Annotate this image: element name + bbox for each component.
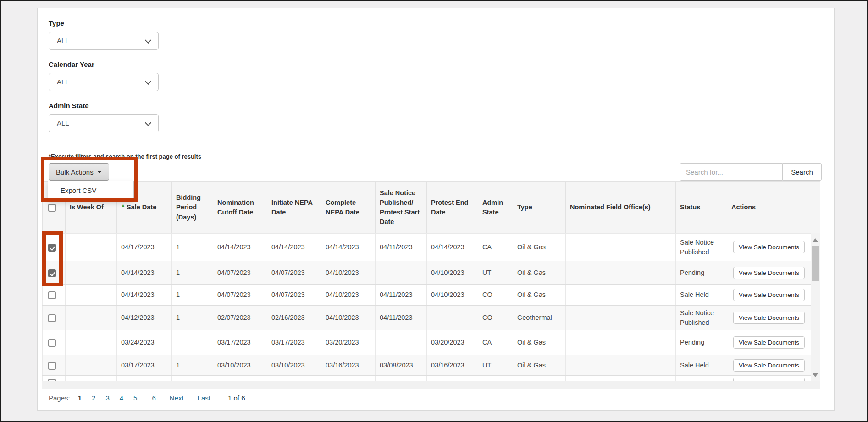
- row-checkbox[interactable]: [48, 314, 56, 322]
- cell-is-week-of: [66, 306, 117, 330]
- search-button[interactable]: Search: [783, 163, 822, 181]
- view-sale-documents-button[interactable]: View Sale Documents: [733, 336, 805, 349]
- caret-down-icon: [97, 171, 102, 173]
- cell-sale-notice-published: [376, 330, 427, 355]
- screen: Type ALL Calendar Year ALL Admin State A…: [0, 0, 868, 422]
- header-protest-end-date[interactable]: Protest End Date: [427, 182, 478, 234]
- calendar-year-select[interactable]: ALL: [49, 73, 159, 91]
- cell-initiate-nepa: 04/07/2023: [267, 261, 321, 285]
- header-actions: Actions: [727, 182, 811, 234]
- export-csv-menu-item[interactable]: Export CSV: [48, 181, 133, 200]
- sort-ascending-icon: ▲: [121, 203, 125, 208]
- view-sale-documents-button[interactable]: View Sale Documents: [733, 312, 805, 324]
- cell-nomination-cutoff: 04/07/2023: [213, 285, 267, 306]
- header-initiate-nepa-date[interactable]: Initiate NEPA Date: [267, 182, 321, 234]
- cell-bidding-period: 1: [172, 261, 213, 285]
- horizontal-scrollbar[interactable]: [42, 381, 820, 389]
- header-admin-state[interactable]: Admin State: [478, 182, 513, 234]
- table-row: 04/14/2023 1 04/07/2023 04/07/2023 04/10…: [43, 285, 811, 306]
- row-checkbox[interactable]: [48, 362, 56, 370]
- select-all-checkbox[interactable]: [48, 204, 56, 212]
- bulk-actions-menu: Export CSV: [48, 181, 134, 200]
- cell-initiate-nepa: 02/16/2023: [267, 306, 321, 330]
- page-link-4[interactable]: 4: [120, 394, 123, 402]
- cell-status: [676, 376, 727, 382]
- cell-protest-end: 04/10/2023: [427, 261, 478, 285]
- cell-bidding-period: [172, 376, 213, 382]
- header-type[interactable]: Type: [513, 182, 566, 234]
- row-checkbox[interactable]: [48, 269, 56, 277]
- cell-sale-date: [117, 376, 172, 382]
- admin-state-select-value: ALL: [57, 119, 69, 127]
- type-select[interactable]: ALL: [49, 32, 159, 50]
- table-body-scroll-area: 04/17/2023 1 04/14/2023 04/14/2023 04/14…: [42, 233, 820, 381]
- execute-filters-note: *Execute filters and search on the first…: [49, 153, 201, 160]
- bulk-actions-button[interactable]: Bulk Actions: [49, 163, 109, 181]
- chevron-down-icon: [145, 120, 151, 126]
- chevron-down-icon: [145, 78, 151, 85]
- view-sale-documents-button[interactable]: View Sale Documents: [733, 267, 805, 279]
- cell-complete-nepa: 04/10/2023: [321, 285, 376, 306]
- chevron-down-icon: [145, 37, 151, 44]
- page-link-2[interactable]: 2: [92, 394, 95, 402]
- vertical-scrollbar-thumb[interactable]: [812, 246, 819, 281]
- page-link-5[interactable]: 5: [133, 394, 137, 402]
- view-sale-documents-button[interactable]: View Sale Documents: [733, 378, 805, 381]
- header-sale-notice-published[interactable]: Sale Notice Published/ Protest Start Dat…: [376, 182, 427, 234]
- cell-initiate-nepa: [267, 376, 321, 382]
- cell-nomination-cutoff: 03/17/2023: [213, 330, 267, 355]
- header-bidding-period[interactable]: Bidding Period (Days): [172, 182, 213, 234]
- cell-sale-notice-published: [376, 376, 427, 382]
- cell-nomination-cutoff: 04/07/2023: [213, 261, 267, 285]
- cell-bidding-period: [172, 330, 213, 355]
- calendar-year-filter-label: Calendar Year: [49, 60, 159, 68]
- scroll-down-arrow-icon[interactable]: [813, 373, 818, 377]
- view-sale-documents-button[interactable]: View Sale Documents: [733, 359, 805, 372]
- bulk-actions-label: Bulk Actions: [56, 168, 94, 176]
- view-sale-documents-button[interactable]: View Sale Documents: [733, 241, 805, 253]
- page-link-6[interactable]: 6: [152, 394, 155, 402]
- cell-complete-nepa: 04/10/2023: [321, 306, 376, 330]
- cell-bidding-period: 1: [172, 355, 213, 376]
- table-row: 03/17/2023 1 03/10/2023 03/10/2023 03/16…: [43, 355, 811, 376]
- header-status[interactable]: Status: [676, 182, 727, 234]
- cell-complete-nepa: [321, 376, 376, 382]
- view-sale-documents-button[interactable]: View Sale Documents: [733, 289, 805, 301]
- cell-initiate-nepa: 04/14/2023: [267, 234, 321, 261]
- next-page-link[interactable]: Next: [170, 394, 184, 402]
- search-input[interactable]: [680, 163, 783, 181]
- header-nominated-field-offices[interactable]: Nominated Field Office(s): [566, 182, 676, 234]
- table-row: 03/24/2023 03/17/2023 03/17/2023 03/20/2…: [43, 330, 811, 355]
- row-checkbox[interactable]: [48, 244, 56, 252]
- cell-initiate-nepa: 03/17/2023: [267, 330, 321, 355]
- last-page-link[interactable]: Last: [198, 394, 210, 402]
- filters-panel: Type ALL Calendar Year ALL Admin State A…: [49, 19, 159, 143]
- pages-label: Pages:: [49, 394, 70, 402]
- vertical-scrollbar[interactable]: [811, 233, 820, 381]
- header-nomination-cutoff-date[interactable]: Nomination Cutoff Date: [213, 182, 267, 234]
- calendar-year-select-value: ALL: [57, 78, 69, 86]
- cell-field-offices: [566, 355, 676, 376]
- table-row: 04/12/2023 1 02/07/2023 02/16/2023 04/10…: [43, 306, 811, 330]
- row-checkbox[interactable]: [48, 339, 56, 347]
- cell-admin-state: CO: [478, 306, 513, 330]
- cell-status: Sale Held: [676, 355, 727, 376]
- row-checkbox[interactable]: [48, 291, 56, 299]
- scroll-up-arrow-icon[interactable]: [813, 238, 818, 242]
- cell-is-week-of: [66, 285, 117, 306]
- table-header: Is Week Of ▲Sale Date Bidding Period (Da…: [42, 181, 820, 234]
- cell-admin-state: CA: [478, 330, 513, 355]
- cell-is-week-of: [66, 355, 117, 376]
- table-row: View Sale Documents: [43, 376, 811, 382]
- cell-type: Oil & Gas: [513, 261, 566, 285]
- header-complete-nepa-date[interactable]: Complete NEPA Date: [321, 182, 376, 234]
- cell-sale-date: 03/17/2023: [117, 355, 172, 376]
- cell-admin-state: UT: [478, 261, 513, 285]
- cell-status: Sale Held: [676, 285, 727, 306]
- cell-initiate-nepa: 04/07/2023: [267, 285, 321, 306]
- page-summary: 1 of 6: [228, 394, 245, 402]
- cell-sale-date: 04/14/2023: [117, 285, 172, 306]
- cell-status: Sale Notice Published: [676, 234, 727, 261]
- admin-state-select[interactable]: ALL: [49, 114, 159, 132]
- page-link-3[interactable]: 3: [105, 394, 109, 402]
